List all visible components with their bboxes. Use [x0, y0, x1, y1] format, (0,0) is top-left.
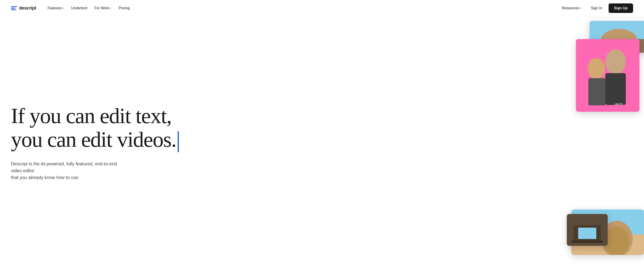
nav-right: Resources ▾ Sign In Sign Up: [558, 4, 633, 13]
svg-rect-9: [571, 209, 644, 255]
for-work-label: For Work: [94, 6, 109, 10]
svg-point-12: [604, 226, 629, 255]
svg-rect-16: [571, 241, 603, 243]
sign-in-label: Sign In: [591, 6, 602, 10]
pricing-label: Pricing: [118, 6, 130, 10]
svg-rect-5: [606, 73, 626, 105]
nav-resources[interactable]: Resources ▾: [558, 4, 584, 12]
nav-links: Features ▾ Underlord For Work ▾ Pricing: [44, 4, 133, 12]
svg-point-11: [601, 221, 633, 255]
sign-up-button[interactable]: Sign Up: [608, 4, 633, 13]
main-nav: descript Features ▾ Underlord For Work ▾…: [0, 0, 644, 16]
features-label: Features: [48, 6, 62, 10]
nav-features[interactable]: Features ▾: [44, 4, 67, 12]
svg-rect-14: [574, 225, 601, 241]
svg-rect-1: [590, 39, 644, 53]
hero-headline: If you can edit text, you can edit video…: [11, 104, 376, 152]
svg-rect-10: [571, 234, 644, 255]
hero-image-collage: Like th...: [553, 16, 644, 264]
svg-rect-13: [567, 214, 608, 246]
features-chevron-icon: ▾: [63, 7, 64, 9]
logo-text: descript: [19, 6, 36, 11]
underlord-label: Underlord: [71, 6, 87, 10]
nav-left: descript Features ▾ Underlord For Work ▾…: [11, 4, 133, 12]
subtitle-line1: Descript is the AI-powered, fully featur…: [11, 161, 117, 173]
logo-icon: [11, 6, 17, 10]
svg-rect-0: [590, 21, 644, 53]
for-work-chevron-icon: ▾: [110, 7, 111, 9]
headline-line1: If you can edit text,: [11, 104, 172, 128]
hero-image-card-3: [571, 209, 644, 255]
resources-label: Resources: [562, 6, 579, 10]
sign-in-link[interactable]: Sign In: [586, 4, 607, 12]
hero-image-card-4: [567, 214, 608, 246]
headline-line2: you can edit videos.: [11, 127, 176, 152]
svg-rect-3: [576, 39, 640, 112]
svg-point-2: [601, 29, 637, 52]
svg-point-6: [588, 58, 605, 79]
svg-rect-15: [578, 228, 596, 239]
svg-rect-7: [588, 78, 606, 105]
text-cursor-icon: [178, 131, 179, 152]
subtitle-line2: that you already know how to use.: [11, 175, 80, 180]
resources-chevron-icon: ▾: [580, 7, 581, 9]
nav-for-work[interactable]: For Work ▾: [91, 4, 114, 12]
hero-content: If you can edit text, you can edit video…: [0, 16, 386, 264]
hero-image-card-1: [590, 21, 644, 53]
nav-pricing[interactable]: Pricing: [115, 4, 133, 12]
logo-link[interactable]: descript: [11, 6, 36, 11]
svg-point-4: [606, 49, 626, 74]
sign-up-label: Sign Up: [614, 6, 628, 10]
nav-underlord[interactable]: Underlord: [68, 4, 90, 12]
svg-text:Like th...: Like th...: [614, 102, 625, 106]
hero-image-card-2: Like th...: [576, 39, 640, 112]
hero-subtitle: Descript is the AI-powered, fully featur…: [11, 160, 129, 181]
hero-section: If you can edit text, you can edit video…: [0, 16, 644, 264]
